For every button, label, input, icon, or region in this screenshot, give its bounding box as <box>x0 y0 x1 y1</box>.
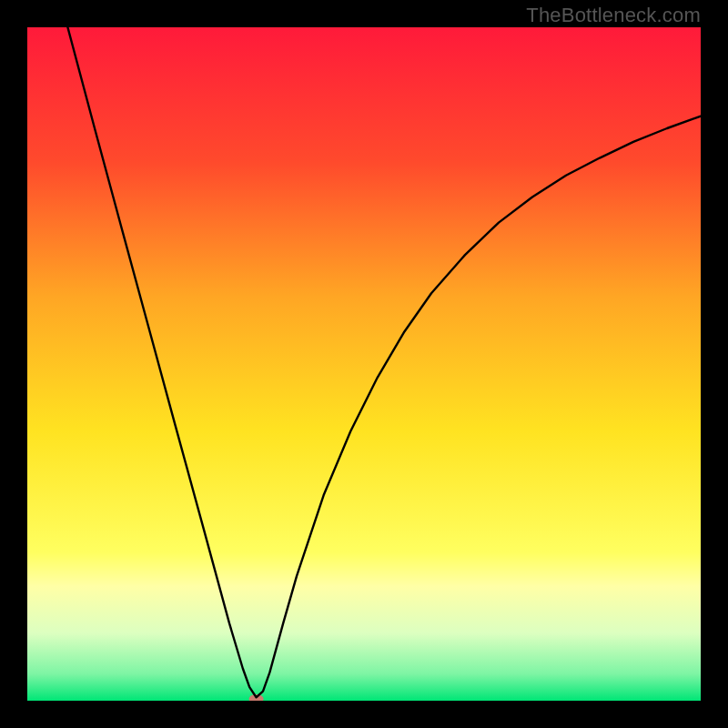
chart-frame <box>27 27 701 701</box>
watermark-label: TheBottleneck.com <box>526 4 701 27</box>
bottleneck-chart <box>27 27 701 701</box>
gradient-background <box>27 27 701 701</box>
